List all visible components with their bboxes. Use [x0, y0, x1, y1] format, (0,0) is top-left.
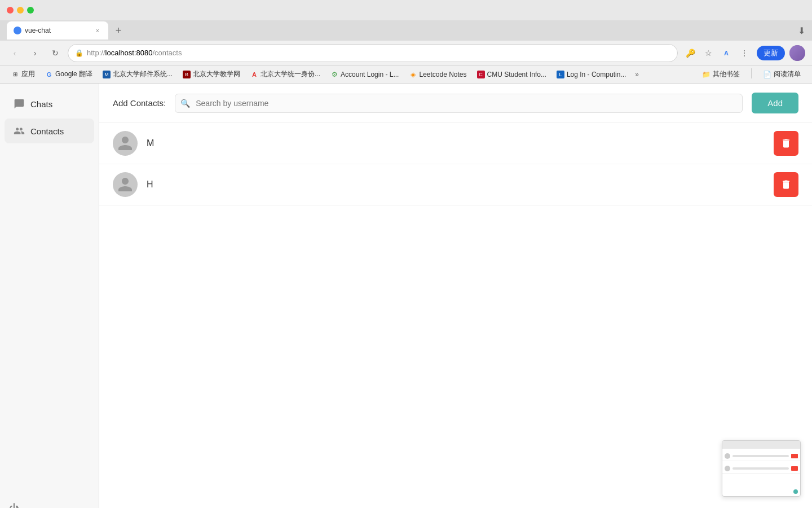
profile-avatar-button[interactable]	[789, 45, 805, 61]
apps-icon: ⊞	[11, 71, 19, 78]
bookmark-log-in-label: Log In - Computin...	[567, 71, 626, 78]
bookmark-pku-teaching-label: 北京大学教学网	[193, 69, 240, 79]
nav-actions: 🔑 ☆ A ⋮	[682, 45, 752, 61]
contact-list: M H	[99, 123, 812, 508]
thumbnail-header	[722, 441, 800, 449]
minimize-window-button[interactable]	[17, 7, 24, 14]
update-button[interactable]: 更新	[757, 46, 785, 60]
sidebar-bottom: ⏻	[0, 496, 99, 508]
close-window-button[interactable]	[7, 7, 14, 14]
new-tab-button[interactable]: +	[111, 23, 126, 38]
log-in-icon: L	[557, 71, 564, 78]
bookmark-button[interactable]: ☆	[700, 45, 716, 61]
translate-button[interactable]: A	[718, 45, 734, 61]
thumbnail-avatar	[725, 453, 730, 459]
thumbnail-row	[722, 451, 800, 461]
password-manager-button[interactable]: 🔑	[682, 45, 698, 61]
address-bar[interactable]: 🔒 http://localhost:8080/contacts	[68, 44, 678, 62]
bookmark-cmu-student[interactable]: C CMU Student Info...	[473, 69, 551, 80]
cmu-student-icon: C	[477, 71, 485, 78]
sidebar-chats-label: Chats	[30, 99, 52, 109]
bookmarks-bar: ⊞ 应用 G Google 翻译 M 北京大学邮件系统... B 北京大学教学网…	[0, 65, 812, 84]
power-icon[interactable]: ⏻	[9, 503, 19, 508]
bookmark-pku-email[interactable]: M 北京大学邮件系统...	[98, 68, 177, 80]
add-contact-button[interactable]: Add	[752, 93, 798, 113]
pku-teaching-icon: B	[183, 71, 191, 78]
thumbnail-row	[722, 463, 800, 474]
bookmark-log-in[interactable]: L Log In - Computin...	[552, 69, 630, 80]
chats-icon	[14, 98, 25, 110]
bookmark-leetcode[interactable]: ◈ Leetcode Notes	[404, 69, 471, 80]
thumbnail-dot	[793, 489, 798, 494]
contact-row: H	[99, 164, 812, 205]
delete-contact-m-button[interactable]	[774, 131, 798, 156]
thumbnail-delete	[791, 466, 798, 471]
google-translate-icon: G	[45, 71, 53, 78]
reading-list-label: 阅读清单	[774, 69, 801, 79]
settings-button[interactable]: ⋮	[736, 45, 752, 61]
account-login-icon: ⚙	[330, 71, 338, 78]
bookmark-apps-label: 应用	[21, 69, 35, 79]
search-icon: 🔍	[180, 99, 190, 108]
page-thumbnail-preview	[722, 440, 801, 497]
contacts-icon	[14, 125, 25, 137]
sidebar-item-contacts[interactable]: Contacts	[5, 119, 94, 143]
bookmark-google-translate-label: Google 翻译	[55, 69, 92, 79]
search-wrapper: 🔍	[175, 94, 743, 113]
thumbnail-avatar	[725, 466, 730, 471]
traffic-lights	[7, 7, 34, 14]
bookmark-account-login[interactable]: ⚙ Account Login - L...	[326, 69, 403, 80]
bookmark-pku-identity[interactable]: A 北京大学统一身份...	[246, 68, 325, 80]
refresh-button[interactable]: ↻	[47, 45, 63, 61]
add-contacts-label: Add Contacts:	[113, 98, 166, 108]
bookmark-pku-teaching[interactable]: B 北京大学教学网	[178, 68, 245, 80]
trash-icon	[780, 138, 792, 149]
leetcode-icon: ◈	[409, 71, 417, 78]
bookmark-save-button[interactable]: ⬇	[798, 25, 805, 36]
contact-m-name: M	[147, 138, 765, 148]
address-text: http://localhost:8080/contacts	[87, 49, 670, 57]
contact-h-name: H	[147, 179, 765, 190]
reading-list-button[interactable]: 📄 阅读清单	[758, 68, 805, 80]
back-button[interactable]: ‹	[7, 45, 23, 61]
app-container: Chats Contacts ⏻ Add Contacts: 🔍 Add	[0, 84, 812, 508]
delete-contact-h-button[interactable]	[774, 172, 798, 197]
search-input[interactable]	[175, 94, 743, 113]
tab-bar: vue-chat × + ⬇	[0, 20, 812, 41]
bookmarks-separator	[751, 68, 752, 78]
main-content: Add Contacts: 🔍 Add M	[99, 84, 812, 508]
other-bookmarks-label: 其他书签	[713, 69, 740, 79]
bookmark-leetcode-label: Leetcode Notes	[419, 71, 466, 78]
active-tab[interactable]: vue-chat ×	[7, 21, 108, 40]
title-bar	[0, 0, 812, 20]
bookmark-account-login-label: Account Login - L...	[341, 71, 399, 78]
bookmark-pku-identity-label: 北京大学统一身份...	[261, 69, 320, 79]
thumbnail-text	[732, 455, 789, 457]
bookmark-google-translate[interactable]: G Google 翻译	[41, 68, 97, 80]
contact-h-avatar	[113, 172, 138, 197]
more-bookmarks-button[interactable]: »	[632, 69, 642, 80]
security-icon: 🔒	[75, 49, 83, 57]
tab-favicon	[14, 27, 21, 34]
contact-m-avatar	[113, 131, 138, 156]
folder-icon: 📁	[702, 71, 710, 78]
contact-row: M	[99, 123, 812, 164]
sidebar-contacts-label: Contacts	[30, 126, 64, 136]
user-avatar	[789, 45, 805, 61]
tab-title: vue-chat	[25, 27, 90, 34]
maximize-window-button[interactable]	[27, 7, 34, 14]
bookmark-apps[interactable]: ⊞ 应用	[7, 68, 39, 80]
other-bookmarks-button[interactable]: 📁 其他书签	[698, 68, 744, 80]
browser-chrome: vue-chat × + ⬇ ‹ › ↻ 🔒 http://localhost:…	[0, 0, 812, 84]
thumbnail-text	[732, 467, 789, 470]
forward-button[interactable]: ›	[27, 45, 43, 61]
pku-identity-icon: A	[250, 71, 258, 78]
nav-bar: ‹ › ↻ 🔒 http://localhost:8080/contacts 🔑…	[0, 41, 812, 65]
sidebar-item-chats[interactable]: Chats	[5, 91, 94, 116]
bookmark-cmu-student-label: CMU Student Info...	[487, 71, 546, 78]
contacts-header: Add Contacts: 🔍 Add	[99, 84, 812, 123]
pku-email-icon: M	[103, 71, 111, 78]
sidebar: Chats Contacts ⏻	[0, 84, 99, 508]
tab-close-button[interactable]: ×	[94, 27, 102, 34]
bookmark-pku-email-label: 北京大学邮件系统...	[113, 69, 173, 79]
